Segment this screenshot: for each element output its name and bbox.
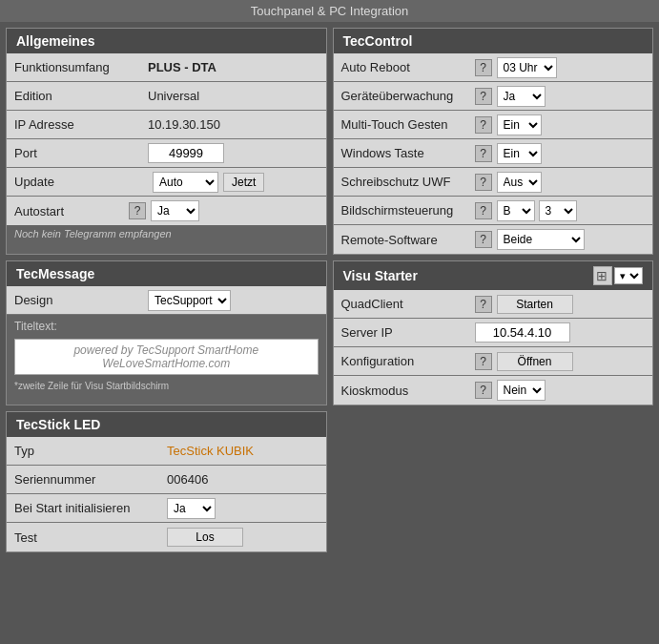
- visu-starter-title: Visu Starter: [343, 268, 418, 283]
- tecstick-panel: TecStick LED Typ TecStick KUBIK Seriennu…: [6, 411, 327, 552]
- tecmessage-body: Design TecSupportStandard Titeltext: pow…: [7, 286, 326, 395]
- btn-offnen[interactable]: Öffnen: [497, 352, 573, 371]
- label-test: Test: [14, 530, 167, 545]
- titeltext-line1: powered by TecSupport SmartHome: [21, 343, 312, 357]
- visu-starter-panel: Visu Starter ▾ QuadClient ? Starten Serv…: [333, 260, 654, 405]
- select-schreibschutz[interactable]: AusEin: [497, 172, 542, 193]
- help-bildschirm[interactable]: ?: [475, 202, 492, 219]
- label-autostart: Autostart: [14, 204, 129, 218]
- titeltext-box: powered by TecSupport SmartHome WeLoveSm…: [14, 339, 319, 375]
- value-typ: TecStick KUBIK: [167, 444, 319, 458]
- row-auto-reboot: Auto Reboot ? 03 Uhr04 UhrNie: [334, 53, 653, 82]
- titeltext-line2: WeLoveSmartHome.com: [21, 357, 312, 370]
- select-geraet[interactable]: JaNein: [497, 86, 546, 107]
- help-konfiguration[interactable]: ?: [475, 353, 492, 370]
- label-seriennummer: Seriennummer: [14, 472, 167, 487]
- help-multitouch[interactable]: ?: [475, 116, 492, 134]
- empty-cell: [333, 411, 654, 552]
- help-autostart[interactable]: ?: [129, 202, 146, 219]
- label-funktionsumfang: Funktionsumfang: [14, 60, 148, 74]
- btn-los[interactable]: Los: [167, 528, 243, 547]
- help-quad-client[interactable]: ?: [475, 296, 492, 313]
- row-design: Design TecSupportStandard: [7, 286, 326, 315]
- btn-starten[interactable]: Starten: [497, 295, 573, 314]
- help-geraet[interactable]: ?: [475, 88, 492, 105]
- row-seriennummer: Seriennummer 006406: [7, 466, 326, 494]
- row-server-ip: Server IP: [334, 319, 653, 347]
- tecmessage-header: TecMessage: [7, 261, 326, 286]
- select-bildschirm-3[interactable]: 312: [539, 200, 577, 221]
- label-geraet: Geräteüberwachung: [341, 89, 475, 103]
- label-edition: Edition: [14, 89, 148, 103]
- select-windows-taste[interactable]: EinAus: [497, 143, 542, 164]
- teccontrol-body: Auto Reboot ? 03 Uhr04 UhrNie Geräteüber…: [334, 53, 653, 254]
- select-autostart[interactable]: Ja Nein: [151, 200, 199, 221]
- input-server-ip[interactable]: [475, 322, 570, 343]
- help-remote[interactable]: ?: [475, 231, 492, 248]
- select-kioskmodus[interactable]: NeinJa: [497, 380, 546, 401]
- teccontrol-header: TecControl: [334, 29, 653, 53]
- select-bei-start[interactable]: JaNein: [167, 498, 216, 519]
- row-kioskmodus: Kioskmodus ? NeinJa: [334, 376, 653, 405]
- tecstick-header: TecStick LED: [7, 412, 326, 437]
- allgemeines-panel: Allgemeines Funktionsumfang PLUS - DTA E…: [6, 28, 327, 255]
- value-edition: Universal: [148, 89, 319, 103]
- label-auto-reboot: Auto Reboot: [341, 60, 475, 74]
- visu-starter-body: QuadClient ? Starten Server IP Konfigura…: [334, 290, 653, 405]
- visu-dropdown-header[interactable]: ▾: [614, 267, 643, 284]
- row-typ: Typ TecStick KUBIK: [7, 437, 326, 466]
- tec-message-footnote: *zweite Zeile für Visu Startbildschirm: [7, 379, 326, 395]
- label-design: Design: [14, 293, 148, 307]
- label-update: Update: [14, 175, 148, 189]
- row-update: Update Auto Manuell Jetzt: [7, 168, 326, 197]
- row-funktionsumfang: Funktionsumfang PLUS - DTA: [7, 53, 326, 82]
- help-kioskmodus[interactable]: ?: [475, 382, 492, 399]
- row-ip: IP Adresse 10.19.30.150: [7, 111, 326, 139]
- row-multitouch: Multi-Touch Gesten ? EinAus: [334, 111, 653, 139]
- visu-icon-group: ▾: [593, 266, 643, 285]
- label-server-ip: Server IP: [341, 325, 475, 340]
- row-bei-start: Bei Start initialisieren JaNein: [7, 494, 326, 523]
- btn-jetzt[interactable]: Jetzt: [223, 173, 264, 192]
- label-konfiguration: Konfiguration: [341, 354, 475, 368]
- label-bei-start: Bei Start initialisieren: [14, 501, 167, 515]
- value-ip: 10.19.30.150: [148, 117, 319, 132]
- label-kioskmodus: Kioskmodus: [341, 384, 475, 398]
- tecmessage-panel: TecMessage Design TecSupportStandard Tit…: [6, 260, 327, 405]
- label-bildschirm: Bildschirmsteuerung: [341, 203, 475, 218]
- help-windows-taste[interactable]: ?: [475, 145, 492, 162]
- visu-header: Visu Starter ▾: [334, 261, 653, 290]
- main-container: Allgemeines Funktionsumfang PLUS - DTA E…: [0, 22, 659, 558]
- select-auto-reboot[interactable]: 03 Uhr04 UhrNie: [497, 57, 557, 78]
- select-design[interactable]: TecSupportStandard: [148, 290, 231, 311]
- row-windows-taste: Windows Taste ? EinAus: [334, 139, 653, 168]
- teccontrol-panel: TecControl Auto Reboot ? 03 Uhr04 UhrNie…: [333, 28, 654, 255]
- label-quad-client: QuadClient: [341, 297, 475, 311]
- select-bildschirm-b[interactable]: BAC: [497, 200, 535, 221]
- input-port[interactable]: [148, 143, 224, 163]
- tecstick-body: Typ TecStick KUBIK Seriennummer 006406 B…: [7, 437, 326, 551]
- row-port: Port: [7, 139, 326, 168]
- row-remote: Remote-Software ? BeideKeineTeamViewer: [334, 225, 653, 254]
- row-quad-client: QuadClient ? Starten: [334, 290, 653, 319]
- select-multitouch[interactable]: EinAus: [497, 114, 542, 135]
- row-bildschirm: Bildschirmsteuerung ? BAC 312: [334, 197, 653, 225]
- help-auto-reboot[interactable]: ?: [475, 59, 492, 76]
- row-autostart: Autostart ? Ja Nein: [7, 197, 326, 225]
- row-schreibschutz: Schreibschutz UWF ? AusEin: [334, 168, 653, 197]
- label-remote: Remote-Software: [341, 233, 475, 247]
- label-port: Port: [14, 146, 148, 160]
- allgemeines-body: Funktionsumfang PLUS - DTA Edition Unive…: [7, 53, 326, 225]
- grid-icon[interactable]: [593, 266, 612, 285]
- select-update[interactable]: Auto Manuell: [153, 172, 218, 193]
- value-seriennummer: 006406: [167, 472, 319, 487]
- row-konfiguration: Konfiguration ? Öffnen: [334, 347, 653, 376]
- label-ip: IP Adresse: [14, 117, 148, 132]
- row-edition: Edition Universal: [7, 82, 326, 111]
- status-text: Noch kein Telegramm empfangen: [7, 225, 326, 242]
- label-multitouch: Multi-Touch Gesten: [341, 117, 475, 132]
- titeltext-label: Titeltext:: [7, 315, 326, 335]
- select-remote[interactable]: BeideKeineTeamViewer: [497, 229, 585, 250]
- title-bar: Touchpanel & PC Integration: [0, 0, 659, 22]
- help-schreibschutz[interactable]: ?: [475, 174, 492, 191]
